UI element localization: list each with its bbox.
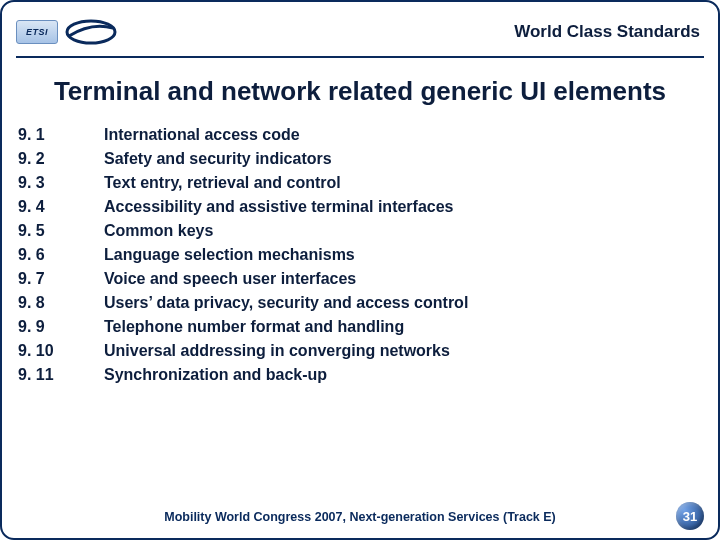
swoosh-icon — [64, 18, 118, 46]
list-item: 9. 10Universal addressing in converging … — [18, 339, 708, 363]
page-number: 31 — [683, 509, 697, 524]
list-item: 9. 8Users’ data privacy, security and ac… — [18, 291, 708, 315]
item-number: 9. 3 — [18, 171, 104, 195]
etsi-logo-text: ETSI — [26, 27, 48, 37]
list-item: 9. 11Synchronization and back-up — [18, 363, 708, 387]
logo: ETSI — [16, 18, 118, 46]
item-number: 9. 2 — [18, 147, 104, 171]
list-item: 9. 9Telephone number format and handling — [18, 315, 708, 339]
list-item: 9. 2Safety and security indicators — [18, 147, 708, 171]
header-tagline: World Class Standards — [514, 22, 700, 42]
item-number: 9. 9 — [18, 315, 104, 339]
item-text: Language selection mechanisms — [104, 243, 708, 267]
list-item: 9. 6Language selection mechanisms — [18, 243, 708, 267]
etsi-logo-icon: ETSI — [16, 20, 58, 44]
footer-text: Mobility World Congress 2007, Next-gener… — [2, 510, 718, 524]
item-text: Accessibility and assistive terminal int… — [104, 195, 708, 219]
page-number-badge: 31 — [676, 502, 704, 530]
item-number: 9. 6 — [18, 243, 104, 267]
item-text: Universal addressing in converging netwo… — [104, 339, 708, 363]
item-text: Voice and speech user interfaces — [104, 267, 708, 291]
item-number: 9. 10 — [18, 339, 104, 363]
list-item: 9. 1International access code — [18, 123, 708, 147]
content-list: 9. 1International access code 9. 2Safety… — [2, 115, 718, 387]
item-number: 9. 5 — [18, 219, 104, 243]
divider — [16, 56, 704, 58]
item-text: Synchronization and back-up — [104, 363, 708, 387]
item-number: 9. 7 — [18, 267, 104, 291]
item-number: 9. 4 — [18, 195, 104, 219]
item-text: Telephone number format and handling — [104, 315, 708, 339]
header: ETSI World Class Standards — [2, 2, 718, 56]
item-text: International access code — [104, 123, 708, 147]
item-number: 9. 8 — [18, 291, 104, 315]
item-text: Safety and security indicators — [104, 147, 708, 171]
item-text: Common keys — [104, 219, 708, 243]
item-text: Text entry, retrieval and control — [104, 171, 708, 195]
list-item: 9. 5Common keys — [18, 219, 708, 243]
list-item: 9. 3Text entry, retrieval and control — [18, 171, 708, 195]
item-number: 9. 11 — [18, 363, 104, 387]
item-text: Users’ data privacy, security and access… — [104, 291, 708, 315]
slide-title: Terminal and network related generic UI … — [2, 56, 718, 115]
item-number: 9. 1 — [18, 123, 104, 147]
list-item: 9. 7Voice and speech user interfaces — [18, 267, 708, 291]
slide: ETSI World Class Standards Terminal and … — [0, 0, 720, 540]
list-item: 9. 4Accessibility and assistive terminal… — [18, 195, 708, 219]
